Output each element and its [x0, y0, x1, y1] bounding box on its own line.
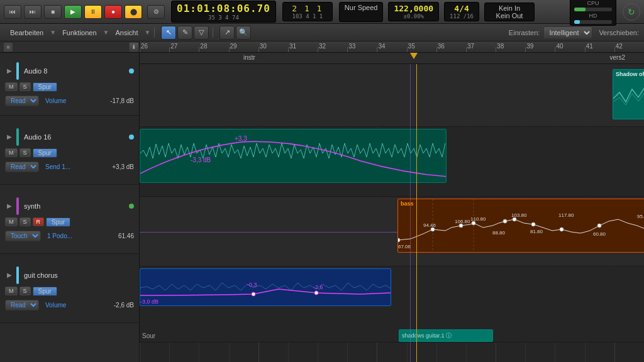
tool-cursor[interactable]: ↗ [219, 26, 235, 40]
ruler-label-31: 31 [289, 43, 296, 50]
tool-pencil[interactable]: ✎ [177, 26, 192, 40]
menu-bearbeiten[interactable]: Bearbeiten [5, 27, 48, 38]
track-expand-arrow-guitchorus[interactable]: ▶ [5, 271, 14, 280]
ruler-label-33: 33 [348, 43, 355, 50]
track-expand-arrow-audio16[interactable]: ▶ [5, 133, 14, 141]
clip-guitchorus[interactable]: -3,0 dB -0,3 -2,6 [140, 268, 391, 306]
svg-point-26 [252, 292, 255, 296]
hd-label: HD [574, 13, 612, 19]
ruler-label-28: 28 [200, 43, 207, 50]
menu-funktionen[interactable]: Funktionen [57, 27, 101, 38]
param-label-synth: 1 Podo... [47, 233, 72, 239]
clip-shadows-guitar[interactable]: shadows guitar.1 ⓘ [399, 329, 493, 342]
timesig-value: 4/4 [450, 4, 474, 13]
svg-text:-3,0 dB: -3,0 dB [140, 299, 158, 305]
type-btn-synth[interactable]: Spur [46, 217, 70, 227]
solo-btn-audio16[interactable]: S [19, 148, 31, 157]
mode-select-audio16[interactable]: Read [5, 162, 39, 172]
svg-text:-2,6: -2,6 [313, 284, 323, 290]
clip-audio16[interactable]: +3,3 -3,3 dB [140, 129, 447, 183]
volume-value-audio8: -17,8 dB [110, 97, 134, 104]
clip-label-shadows: shadows guitar.1 ⓘ [402, 332, 452, 340]
track-header-synth-top: ▶ synth [5, 197, 134, 215]
svg-text:103.80: 103.80 [511, 212, 527, 218]
time-main: 01:01:08:06.70 [177, 3, 270, 14]
track-header-audio16-top: ▶ Audio 16 [5, 128, 134, 146]
collapse-btn[interactable]: ⬇ [129, 42, 139, 52]
solo-btn-guitchorus[interactable]: S [19, 287, 31, 295]
type-btn-audio8[interactable]: Spur [33, 82, 57, 92]
track-header-bottom-audio8: Read Volume -17,8 dB [5, 96, 134, 106]
solo-btn-synth[interactable]: S [19, 217, 31, 226]
volume-label-guitchorus: Volume [45, 302, 66, 309]
solo-btn-audio8[interactable]: S [19, 82, 31, 91]
toolbar-extra: ↗ 🔍 [219, 26, 251, 40]
track-header-guitchorus-top: ▶ guit chorus [5, 266, 134, 284]
mute-btn-synth[interactable]: M [5, 217, 18, 226]
ruler-tick-37 [466, 47, 467, 52]
transport-bar: ⏮ ⏭ ■ ▶ ⏸ ● ⬤ ⚙ 01:01:08:06.70 35 3 4 74… [0, 0, 644, 24]
mute-btn-guitchorus[interactable]: M [5, 287, 18, 295]
type-btn-guitchorus[interactable]: Spur [33, 287, 57, 296]
cpu-fill [574, 8, 586, 11]
track-lane-synth: bass [140, 197, 644, 266]
ruler-label-42: 42 [616, 43, 623, 50]
track-controls-guitchorus: M S Spur [5, 287, 134, 296]
svg-text:67.06: 67.06 [398, 244, 411, 250]
ruler-tick-30 [258, 47, 259, 52]
mode-value [345, 11, 378, 20]
track-controls-audio8: M S Spur [5, 82, 134, 92]
mute-btn-audio8[interactable]: M [5, 82, 18, 91]
record-button[interactable]: ● [104, 5, 122, 19]
mode-select-audio8[interactable]: Read [5, 96, 39, 106]
ruler-tick-39 [525, 47, 526, 52]
svg-text:-0,3: -0,3 [247, 282, 257, 288]
loop-button[interactable]: ⬤ [125, 5, 142, 19]
mute-btn-audio16[interactable]: M [5, 148, 18, 157]
tool-filter[interactable]: ▽ [194, 26, 209, 40]
ruler-label-39: 39 [526, 43, 533, 50]
track-list-icon[interactable]: ≡ [4, 43, 13, 52]
mode-label: Nur Speed [345, 4, 378, 11]
tool-search[interactable]: 🔍 [236, 26, 251, 40]
snap-label: Einrasten: [509, 29, 540, 36]
ruler-label-37: 37 [467, 43, 474, 50]
play-button[interactable]: ▶ [64, 5, 82, 19]
pause-button[interactable]: ⏸ [84, 5, 102, 19]
svg-point-6 [503, 219, 507, 223]
stop-button[interactable]: ■ [44, 5, 62, 19]
record-btn-synth[interactable]: R [33, 217, 45, 226]
ruler-label-41: 41 [586, 43, 593, 50]
tool-pointer[interactable]: ↖ [161, 26, 176, 40]
ruler-tick-40 [555, 47, 555, 52]
clip-label-vox: Shadow of You_VoxBou [616, 71, 644, 77]
track-content: Shadow of You_VoxBou [140, 64, 644, 362]
track-expand-arrow-synth[interactable]: ▶ [5, 202, 14, 211]
refresh-button[interactable]: ↻ [623, 3, 640, 21]
ruler-label-30: 30 [260, 43, 267, 50]
track-expand-arrow-audio8[interactable]: ▶ [5, 67, 14, 75]
clip-vox[interactable]: Shadow of You_VoxBou [613, 69, 644, 119]
ruler-label-34: 34 [378, 43, 385, 50]
mode-display: Nur Speed [339, 2, 384, 22]
playhead-line [416, 64, 417, 362]
track-lane-audio16: +3,3 -3,3 dB [140, 128, 644, 197]
ruler-tick-42 [614, 47, 615, 52]
mode-select-guitchorus[interactable]: Read [5, 300, 39, 310]
rewind-button[interactable]: ⏮ [4, 5, 21, 19]
svg-text:117.80: 117.80 [558, 212, 574, 218]
section-marker [410, 53, 418, 59]
type-btn-audio16[interactable]: Spur [33, 148, 57, 158]
bpm-display: 122,0000 ±0.00% [388, 2, 439, 21]
menu-ansicht[interactable]: Ansicht [110, 27, 143, 38]
snap-select[interactable]: Intelligent Bar Beat [543, 26, 592, 39]
cpu-label: CPU [574, 0, 612, 6]
track-header-audio16: ▶ Audio 16 M S Spur Read Send 1... +3,3 … [0, 116, 139, 185]
ruler-tick-28 [199, 47, 199, 52]
fast-forward-button[interactable]: ⏭ [24, 5, 42, 19]
clip-bass[interactable]: bass [397, 199, 644, 253]
mode-select-synth[interactable]: Touch [5, 231, 41, 241]
gear-icon[interactable]: ⚙ [147, 5, 165, 19]
svg-text:88.80: 88.80 [492, 230, 506, 236]
cpu-bar [574, 8, 612, 11]
